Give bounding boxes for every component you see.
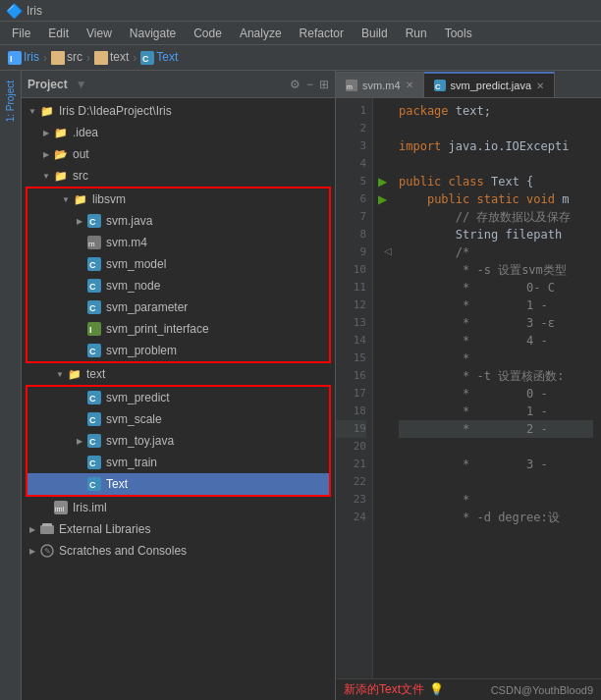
tree-item-svm-node[interactable]: C svm_node xyxy=(27,275,329,296)
breadcrumb-text-class[interactable]: CText xyxy=(140,50,178,65)
code-editor: 1 2 3 4 5 6 7 8 9 10 11 12 13 14 15 16 1… xyxy=(336,98,601,678)
main-layout: 1: Project Project ▼ ⚙ − ⊞ ▼ 📁 Iris D:\I… xyxy=(0,71,601,700)
svg-text:C: C xyxy=(89,217,96,227)
menu-view[interactable]: View xyxy=(79,25,120,42)
folder-idea-icon: 📁 xyxy=(53,125,69,140)
expand-arrow-text[interactable]: ▼ xyxy=(53,367,67,381)
tree-item-idea[interactable]: ▶ 📁 .idea xyxy=(22,122,335,143)
tree-item-svm-m4[interactable]: m svm.m4 xyxy=(27,232,329,253)
expand-arrow-src[interactable]: ▼ xyxy=(39,169,53,183)
menu-tools[interactable]: Tools xyxy=(437,25,480,42)
code-line-12: * 1 - xyxy=(399,296,593,314)
editor-tabs: m svm.m4 ✕ C svm_predict.java ✕ xyxy=(336,71,601,98)
code-line-16: * -t 设置核函数: xyxy=(399,367,593,385)
tree-item-out[interactable]: ▶ 📂 out xyxy=(22,143,335,165)
menu-run[interactable]: Run xyxy=(398,25,435,42)
layout-icon[interactable]: ⊞ xyxy=(319,78,329,91)
tree-item-svm-java[interactable]: ▶ C svm.java xyxy=(27,210,329,232)
new-file-annotation: 新添的Text文件 💡 xyxy=(344,681,444,698)
tree-label-scratches: Scratches and Consoles xyxy=(59,544,187,558)
gear-icon[interactable]: ⚙ xyxy=(290,78,300,91)
menu-file[interactable]: File xyxy=(4,25,38,42)
tree-item-text-class[interactable]: C Text xyxy=(27,473,329,495)
tree-item-iris-root[interactable]: ▼ 📁 Iris D:\IdeaProject\Iris xyxy=(22,100,335,122)
tree-item-iris-iml[interactable]: iml Iris.iml xyxy=(22,497,335,518)
sidebar-project-tab[interactable]: 1: Project xyxy=(3,75,18,128)
app-title: Iris xyxy=(27,4,42,18)
tree-item-svm-train[interactable]: C svm_train xyxy=(27,452,329,473)
menu-analyze[interactable]: Analyze xyxy=(232,25,290,42)
tree-item-src[interactable]: ▼ 📁 src xyxy=(22,165,335,187)
svg-text:C: C xyxy=(89,347,96,356)
tab-close-svm-m4[interactable]: ✕ xyxy=(406,80,413,90)
expand-arrow[interactable]: ▼ xyxy=(26,104,39,118)
run-arrow-line5: ▶ xyxy=(378,173,387,190)
line-numbers: 1 2 3 4 5 6 7 8 9 10 11 12 13 14 15 16 1… xyxy=(336,98,373,678)
code-line-4 xyxy=(399,155,593,173)
tree-item-svm-problem[interactable]: C svm_problem xyxy=(27,340,329,361)
tab-svm-m4-label: svm.m4 xyxy=(362,80,401,91)
menu-navigate[interactable]: Navigate xyxy=(122,25,184,42)
expand-arrow-scratches[interactable]: ▶ xyxy=(26,544,39,558)
expand-arrow-libsvm[interactable]: ▼ xyxy=(59,192,73,206)
svg-text:C: C xyxy=(89,260,96,270)
project-panel: Project ▼ ⚙ − ⊞ ▼ 📁 Iris D:\IdeaProject\… xyxy=(22,71,336,700)
tree-label-svm-scale: svm_scale xyxy=(106,412,162,426)
tree-item-svm-print-interface[interactable]: I svm_print_interface xyxy=(27,318,329,340)
app-icon: 🔷 xyxy=(6,3,23,19)
code-line-21: * 3 - xyxy=(399,456,593,473)
tree-item-external-libraries[interactable]: ▶ External Libraries xyxy=(22,518,335,540)
tree-item-svm-scale[interactable]: C svm_scale xyxy=(27,408,329,430)
code-line-14: * 4 - xyxy=(399,332,593,350)
svg-rect-2 xyxy=(51,51,65,65)
expand-arrow-idea[interactable]: ▶ xyxy=(39,126,53,139)
breadcrumb-src[interactable]: src xyxy=(51,50,82,65)
tree-label-src: src xyxy=(73,169,88,183)
tree-item-libsvm[interactable]: ▼ 📁 libsvm xyxy=(27,188,329,210)
tree-item-scratches[interactable]: ▶ ✎ Scratches and Consoles xyxy=(22,540,335,562)
expand-arrow-svm-java[interactable]: ▶ xyxy=(73,214,86,228)
tree-item-svm-model[interactable]: C svm_model xyxy=(27,253,329,275)
menu-refactor[interactable]: Refactor xyxy=(292,25,352,42)
expand-arrow-out[interactable]: ▶ xyxy=(39,147,53,161)
tree-label-svm-predict: svm_predict xyxy=(106,391,170,404)
code-line-5: public class Text { xyxy=(399,173,593,190)
svg-rect-3 xyxy=(94,51,108,65)
code-content[interactable]: package text; import java.io.IOExcepti p… xyxy=(391,98,601,678)
java-c-icon-svm: C xyxy=(86,213,102,229)
svg-rect-32 xyxy=(40,525,54,534)
tab-svm-predict[interactable]: C svm_predict.java ✕ xyxy=(424,72,556,97)
java-c-icon-svm-scale: C xyxy=(86,411,102,427)
m4-icon: m xyxy=(86,235,102,250)
tab-close-svm-predict[interactable]: ✕ xyxy=(536,81,544,91)
tree-item-svm-toy[interactable]: ▶ C svm_toy.java xyxy=(27,430,329,452)
tab-svm-m4[interactable]: m svm.m4 ✕ xyxy=(336,72,424,97)
expand-arrow-svm-toy[interactable]: ▶ xyxy=(73,434,86,448)
collapse-icon[interactable]: − xyxy=(306,78,313,91)
java-i-icon: I xyxy=(86,321,102,337)
run-arrow-line6: ▶ xyxy=(378,190,387,208)
tree-label-svm-print-interface: svm_print_interface xyxy=(106,322,209,336)
tree-item-text-folder[interactable]: ▼ 📁 text xyxy=(22,363,335,385)
svg-text:m: m xyxy=(347,83,353,90)
folder-libsvm-icon: 📁 xyxy=(73,191,88,207)
editor-panel: m svm.m4 ✕ C svm_predict.java ✕ 1 2 3 4 … xyxy=(336,71,601,700)
menu-build[interactable]: Build xyxy=(354,25,396,42)
breadcrumb-iris[interactable]: IIris xyxy=(8,50,39,65)
tree-label-text-folder: text xyxy=(86,367,105,381)
tree-label-external-libraries: External Libraries xyxy=(59,522,150,536)
folder-src-icon: 📁 xyxy=(53,168,69,184)
tree-label-svm-m4: svm.m4 xyxy=(106,236,147,249)
breadcrumb-text-folder[interactable]: text xyxy=(94,50,129,65)
code-line-9: /* xyxy=(399,243,593,261)
tree-item-svm-parameter[interactable]: C svm_parameter xyxy=(27,296,329,318)
code-line-7: // 存放数据以及保存 xyxy=(399,208,593,226)
svg-text:✎: ✎ xyxy=(44,547,51,556)
expand-arrow-ext-libs[interactable]: ▶ xyxy=(26,522,39,536)
project-tree: ▼ 📁 Iris D:\IdeaProject\Iris ▶ 📁 .idea ▶… xyxy=(22,98,335,700)
menu-code[interactable]: Code xyxy=(186,25,230,42)
menu-edit[interactable]: Edit xyxy=(40,25,77,42)
tree-item-svm-predict[interactable]: C svm_predict xyxy=(27,387,329,408)
tree-label-svm-problem: svm_problem xyxy=(106,344,177,357)
code-line-11: * 0- C xyxy=(399,279,593,296)
